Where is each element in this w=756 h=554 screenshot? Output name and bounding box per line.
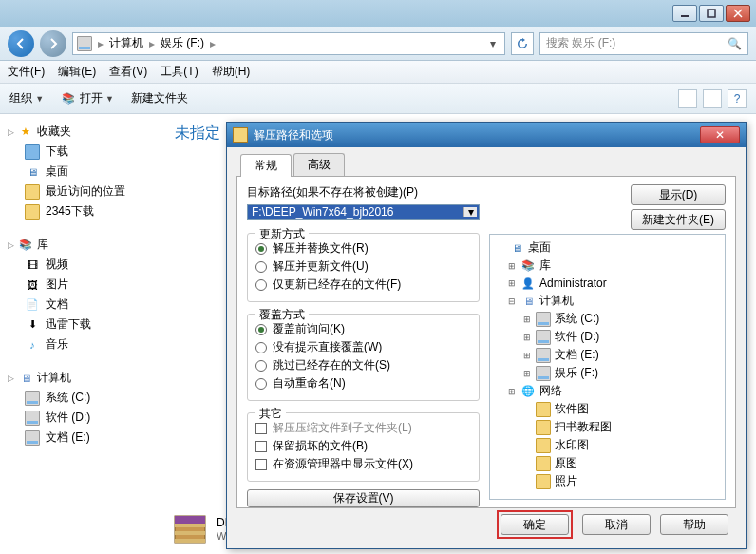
sidebar-item-drive-c[interactable]: 系统 (C:) [4,388,157,408]
radio-rename[interactable]: 自动重命名(N) [255,374,471,392]
sidebar-item-videos[interactable]: 🎞视频 [4,255,157,275]
destination-path-input[interactable]: F:\DEEP_Win7x64_bjb2016 ▾ [247,204,480,220]
minimize-button[interactable] [672,5,697,22]
new-folder-button[interactable]: 新建文件夹(E) [631,209,726,230]
sidebar-item-music[interactable]: ♪音乐 [4,334,157,354]
toolbar-open[interactable]: 📚 打开 ▼ [61,90,114,106]
menu-view[interactable]: 查看(V) [109,64,147,80]
check-showexplorer[interactable]: 在资源管理器中显示文件(X) [255,455,471,473]
save-settings-button[interactable]: 保存设置(V) [247,489,480,507]
check-keepbroken[interactable]: 保留损坏的文件(B) [255,437,471,455]
tab-advanced[interactable]: 高级 [293,153,345,176]
tab-general[interactable]: 常规 [240,154,292,177]
ok-button[interactable]: 确定 [501,514,569,535]
sidebar-computer[interactable]: ▷🖥计算机 [4,368,157,388]
dialog-titlebar: 解压路径和选项 ✕ [227,123,746,147]
group-other: 其它 [255,406,286,422]
extract-dialog: 解压路径和选项 ✕ 常规 高级 目标路径(如果不存在将被创建)(P) F:\DE… [226,122,747,549]
sidebar-item-2345[interactable]: 2345下载 [4,201,157,221]
back-button[interactable] [8,30,34,57]
svg-rect-1 [708,10,715,17]
sidebar-favorites[interactable]: ▷★收藏夹 [4,122,157,142]
menu-help[interactable]: 帮助(H) [212,64,251,80]
sidebar-libraries[interactable]: ▷📚库 [4,235,157,255]
path-label: 目标路径(如果不存在将被创建)(P) [247,184,480,201]
address-bar[interactable]: ▸ 计算机 ▸ 娱乐 (F:) ▸ ▾ [72,32,505,55]
sidebar: ▷★收藏夹 下载 🖥桌面 最近访问的位置 2345下载 ▷📚库 🎞视频 🖼图片 … [0,114,161,554]
sidebar-item-desktop[interactable]: 🖥桌面 [4,162,157,181]
menu-file[interactable]: 文件(F) [8,64,45,80]
svg-rect-7 [175,531,205,535]
help-button[interactable]: 帮助 [660,514,728,535]
svg-rect-8 [175,539,205,543]
maximize-button[interactable] [699,5,724,22]
sidebar-item-downloads[interactable]: 下载 [4,142,157,162]
toolbar: 组织 ▼ 📚 打开 ▼ 新建文件夹 ? [0,84,756,114]
sidebar-item-recent[interactable]: 最近访问的位置 [4,181,157,201]
group-overwrite: 覆盖方式 [255,307,309,323]
cancel-button[interactable]: 取消 [582,514,651,535]
sidebar-item-drive-e[interactable]: 文档 (E:) [4,428,157,448]
dialog-close-button[interactable]: ✕ [700,126,740,143]
radio-noprompt[interactable]: 没有提示直接覆盖(W) [255,338,471,356]
crumb-sep: ▸ [98,37,104,50]
radio-existing[interactable]: 仅更新已经存在的文件(F) [255,276,471,294]
search-placeholder: 搜索 娱乐 (F:) [546,35,615,51]
crumb-computer[interactable]: 计算机 [109,35,143,51]
sidebar-item-pictures[interactable]: 🖼图片 [4,275,157,295]
sidebar-item-drive-d[interactable]: 软件 (D:) [4,408,157,428]
search-box[interactable]: 搜索 娱乐 (F:) 🔍 [539,32,748,55]
folder-tree[interactable]: 🖥桌面 ⊞📚库 ⊞👤Administrator ⊟🖥计算机 ⊞系统 (C:) ⊞… [489,234,726,500]
winrar-icon [171,510,209,548]
menu-edit[interactable]: 编辑(E) [58,64,96,80]
winrar-small-icon [233,127,248,143]
view-button[interactable] [678,89,697,108]
radio-update[interactable]: 解压并更新文件(U) [255,258,471,276]
toolbar-newfolder[interactable]: 新建文件夹 [131,90,188,106]
help-button[interactable]: ? [728,89,747,108]
sidebar-item-thunder[interactable]: ⬇迅雷下载 [4,315,157,334]
search-icon: 🔍 [728,37,742,50]
window-titlebar [0,0,756,27]
drive-icon [77,36,92,51]
menu-bar: 文件(F) 编辑(E) 查看(V) 工具(T) 帮助(H) [0,61,756,84]
nav-bar: ▸ 计算机 ▸ 娱乐 (F:) ▸ ▾ 搜索 娱乐 (F:) 🔍 [0,27,756,61]
svg-rect-6 [175,524,205,527]
close-button[interactable] [726,5,750,22]
group-update: 更新方式 [255,226,309,242]
refresh-button[interactable] [511,32,534,55]
address-dropdown-icon[interactable]: ▾ [485,37,501,50]
preview-pane-button[interactable] [703,89,722,108]
toolbar-organize[interactable]: 组织 ▼ [9,90,44,106]
menu-tools[interactable]: 工具(T) [161,64,198,80]
check-subfolder[interactable]: 解压压缩文件到子文件夹(L) [255,419,471,437]
sidebar-item-documents[interactable]: 📄文档 [4,295,157,315]
display-button[interactable]: 显示(D) [631,184,726,205]
radio-skip[interactable]: 跳过已经存在的文件(S) [255,356,471,374]
dialog-title: 解压路径和选项 [254,127,333,143]
crumb-drive[interactable]: 娱乐 (F:) [161,35,204,51]
path-dropdown-icon[interactable]: ▾ [463,207,477,217]
svg-rect-5 [175,516,205,524]
forward-button[interactable] [40,30,66,57]
